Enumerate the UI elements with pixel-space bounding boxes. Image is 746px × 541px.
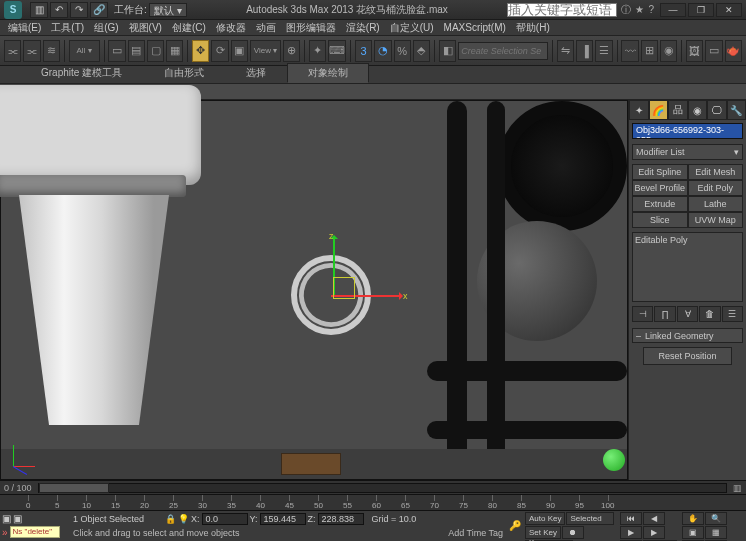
minimize-button[interactable]: — xyxy=(660,3,686,17)
tab-freeform[interactable]: 自由形式 xyxy=(143,63,225,83)
maxscript-toggle2-icon[interactable]: ▣ xyxy=(13,513,22,524)
maxscript-listener[interactable]: Ns "delete" xyxy=(10,526,60,538)
select-icon[interactable]: ▭ xyxy=(108,40,125,62)
make-unique-icon[interactable]: ∀ xyxy=(677,306,698,322)
coord-y-field[interactable]: 159.445 xyxy=(260,513,306,525)
star-icon[interactable]: ★ xyxy=(635,4,644,15)
show-end-icon[interactable]: ∏ xyxy=(654,306,675,322)
tab-utilities-icon[interactable]: 🔧 xyxy=(727,100,747,120)
named-selection-input[interactable] xyxy=(458,42,548,60)
qat-new-icon[interactable]: ▥ xyxy=(30,2,48,18)
menu-customize[interactable]: 自定义(U) xyxy=(386,20,438,36)
mod-editpoly[interactable]: Edit Poly xyxy=(688,180,744,196)
tab-motion-icon[interactable]: ◉ xyxy=(688,100,708,120)
render-setup-icon[interactable]: 🖼 xyxy=(686,40,703,62)
mod-slice[interactable]: Slice xyxy=(632,212,688,228)
mod-editmesh[interactable]: Edit Mesh xyxy=(688,164,744,180)
selfilter-all[interactable]: All ▾ xyxy=(69,40,100,62)
menu-group[interactable]: 组(G) xyxy=(90,20,122,36)
tab-selection[interactable]: 选择 xyxy=(225,63,287,83)
align-icon[interactable]: ▐ xyxy=(576,40,593,62)
help-icon[interactable]: ? xyxy=(648,4,654,15)
mod-editspline[interactable]: Edit Spline xyxy=(632,164,688,180)
gizmo-xy-plane[interactable] xyxy=(333,277,355,299)
mirror-icon[interactable]: ⇋ xyxy=(557,40,574,62)
time-ruler[interactable]: 0 5 10 15 20 25 30 35 40 45 50 55 60 65 … xyxy=(0,494,746,510)
link-icon[interactable]: ⫘ xyxy=(4,40,21,62)
workspace-selector[interactable]: 默认 ▾ xyxy=(149,3,187,17)
reset-position-button[interactable]: Reset Position xyxy=(643,347,732,365)
select-rotate-icon[interactable]: ⟳ xyxy=(211,40,228,62)
qat-undo-icon[interactable]: ↶ xyxy=(50,2,68,18)
render-frame-icon[interactable]: ▭ xyxy=(705,40,722,62)
menu-modifiers[interactable]: 修改器 xyxy=(212,20,250,36)
lock-icon[interactable]: 🔒 xyxy=(165,514,176,524)
coord-z-field[interactable]: 228.838 xyxy=(318,513,364,525)
tab-hierarchy-icon[interactable]: 品 xyxy=(668,100,688,120)
menu-view[interactable]: 视图(V) xyxy=(125,20,166,36)
manipulate-icon[interactable]: ✦ xyxy=(309,40,326,62)
menu-create[interactable]: 创建(C) xyxy=(168,20,210,36)
isolate-icon[interactable]: 💡 xyxy=(178,514,189,524)
snap-icon[interactable]: 3 xyxy=(355,40,372,62)
tab-graphite[interactable]: Graphite 建模工具 xyxy=(20,63,143,83)
tab-create-icon[interactable]: ✦ xyxy=(629,100,649,120)
refcoord-icon[interactable]: View ▾ xyxy=(250,40,281,62)
select-move-icon[interactable]: ✥ xyxy=(192,40,209,62)
keymode-icon[interactable]: ⌨ xyxy=(328,40,346,62)
layers-icon[interactable]: ☰ xyxy=(595,40,612,62)
mod-uvwmap[interactable]: UVW Map xyxy=(688,212,744,228)
material-editor-icon[interactable]: ◉ xyxy=(660,40,677,62)
mod-bevelprofile[interactable]: Bevel Profile xyxy=(632,180,688,196)
maximize-button[interactable]: ❐ xyxy=(688,3,714,17)
menu-help[interactable]: 帮助(H) xyxy=(512,20,554,36)
viewport-indicator-icon[interactable] xyxy=(603,449,625,471)
menu-edit[interactable]: 编辑(E) xyxy=(4,20,45,36)
infocenter-icon[interactable]: ⓘ xyxy=(621,3,631,17)
modifier-stack[interactable]: Editable Poly xyxy=(632,232,743,302)
zoom-icon[interactable]: 🔍 xyxy=(705,512,727,525)
play-icon[interactable]: ▶ xyxy=(620,526,642,539)
coord-x-field[interactable]: 0.0 xyxy=(202,513,248,525)
add-time-tag[interactable]: Add Time Tag xyxy=(448,528,503,538)
menu-grapheditors[interactable]: 图形编辑器 xyxy=(282,20,340,36)
remove-mod-icon[interactable]: 🗑 xyxy=(699,306,720,322)
curve-editor-icon[interactable]: 〰 xyxy=(621,40,638,62)
maxscript-toggle-icon[interactable]: ▣ xyxy=(2,513,11,524)
select-scale-icon[interactable]: ▣ xyxy=(231,40,248,62)
viewport[interactable]: [ ][-][ Smooth + Highlights + HW ] xyxy=(0,100,628,480)
qat-link-icon[interactable]: 🔗 xyxy=(90,2,108,18)
help-search-input[interactable] xyxy=(507,3,617,17)
unlink-icon[interactable]: ⫘ xyxy=(23,40,40,62)
timeline-nav-icon[interactable]: ▥ xyxy=(733,483,742,493)
select-name-icon[interactable]: ▤ xyxy=(128,40,145,62)
tab-display-icon[interactable]: 🖵 xyxy=(707,100,727,120)
time-slider-handle[interactable] xyxy=(39,483,109,493)
spinner-snap-icon[interactable]: ⬘ xyxy=(413,40,430,62)
menu-tools[interactable]: 工具(T) xyxy=(47,20,88,36)
editnamed-icon[interactable]: ◧ xyxy=(439,40,456,62)
menu-maxscript[interactable]: MAXScript(M) xyxy=(440,21,510,34)
zoom-all-icon[interactable]: ▦ xyxy=(705,526,727,539)
next-frame-icon[interactable]: ▶ xyxy=(643,526,665,539)
pivot-icon[interactable]: ⊕ xyxy=(283,40,300,62)
menu-rendering[interactable]: 渲染(R) xyxy=(342,20,384,36)
configure-icon[interactable]: ☰ xyxy=(722,306,743,322)
app-icon[interactable]: S xyxy=(4,1,22,19)
percent-snap-icon[interactable]: % xyxy=(394,40,411,62)
move-gizmo[interactable]: z x xyxy=(291,245,401,355)
key-target-dropdown[interactable]: Selected xyxy=(566,512,614,525)
render-icon[interactable]: 🫖 xyxy=(725,40,742,62)
close-button[interactable]: ✕ xyxy=(716,3,742,17)
autokey-button[interactable]: Auto Key xyxy=(525,512,565,525)
zoom-extents-icon[interactable]: ▣ xyxy=(682,526,704,539)
select-region-icon[interactable]: ▢ xyxy=(147,40,164,62)
mod-lathe[interactable]: Lathe xyxy=(688,196,744,212)
mod-extrude[interactable]: Extrude xyxy=(632,196,688,212)
menu-animation[interactable]: 动画 xyxy=(252,20,280,36)
object-name-field[interactable]: Obj3d66-656992-303-955 xyxy=(632,123,743,139)
angle-snap-icon[interactable]: ◔ xyxy=(374,40,391,62)
schematic-icon[interactable]: ⊞ xyxy=(641,40,658,62)
tab-modify-icon[interactable]: 🌈 xyxy=(649,100,669,120)
bind-icon[interactable]: ≋ xyxy=(43,40,60,62)
